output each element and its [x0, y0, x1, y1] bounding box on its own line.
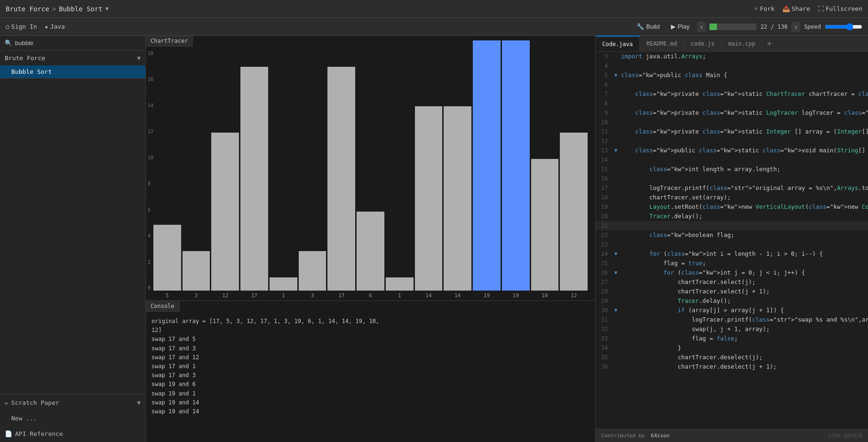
- line-content: class="kw">public class="kw">static clas…: [619, 146, 868, 155]
- next-button[interactable]: ›: [791, 22, 800, 32]
- code-line: 18 chartTracer.set(array);: [596, 193, 868, 202]
- code-line: 21: [596, 221, 868, 230]
- line-number: 23: [596, 240, 613, 249]
- fold-indicator[interactable]: ▼: [613, 306, 619, 315]
- y-label-12: 12: [148, 129, 153, 134]
- search-bar: 🔍: [0, 36, 145, 51]
- line-number: 22: [596, 230, 613, 240]
- tabs-bar: Code.javaREADME.mdcode.jsmain.cpp+: [596, 36, 868, 52]
- chart-label: 14: [415, 292, 443, 299]
- fullscreen-button[interactable]: ⛶ Fullscreen: [818, 5, 862, 12]
- code-line: 15 class="kw">int length = array.length;: [596, 165, 868, 174]
- dropdown-arrow-icon[interactable]: ▼: [105, 6, 109, 12]
- line-content: class="kw">private class="kw">static Cha…: [619, 89, 868, 99]
- code-line: 29 Tracer.delay();: [596, 296, 868, 306]
- scratch-paper-label: Scratch Paper: [11, 399, 59, 406]
- tab-main-cpp[interactable]: main.cpp: [722, 36, 763, 51]
- fold-indicator: [613, 353, 619, 362]
- line-number: 31: [596, 315, 613, 324]
- fork-button[interactable]: ⑂ Fork: [754, 5, 774, 12]
- sidebar-scratch-paper[interactable]: ✏️ Scratch Paper ▼: [0, 395, 145, 411]
- chart-bar: [211, 133, 239, 291]
- fold-indicator: [613, 193, 619, 202]
- code-line: 36 chartTracer.deselect(j + 1);: [596, 362, 868, 371]
- console-line: swap 19 and 14: [151, 398, 589, 407]
- line-number: 3: [596, 52, 613, 61]
- contrib-author: 64ison: [651, 433, 669, 439]
- line-content: class="kw">boolean flag;: [619, 230, 868, 240]
- code-line: 7 class="kw">private class="kw">static C…: [596, 89, 868, 99]
- line-content: logTracer.printf(class="str">"original a…: [619, 183, 868, 193]
- sidebar: 🔍 Brute Force ▼ Bubble Sort ✏️ Scratch P…: [0, 36, 146, 442]
- fold-indicator: [613, 343, 619, 353]
- tab-code-js[interactable]: code.js: [684, 36, 722, 51]
- console-line: swap 19 and 14: [151, 407, 589, 416]
- toolbar-left: ○ Sign In ★ Java: [6, 23, 65, 30]
- share-button[interactable]: 📤 Share: [782, 5, 810, 12]
- fold-indicator: [613, 221, 619, 230]
- code-line: 30▼ if (array[j] > array[j + 1]) {: [596, 306, 868, 315]
- progress-fill: [709, 24, 717, 30]
- chart-label: 3: [183, 292, 210, 299]
- fold-indicator[interactable]: ▼: [613, 71, 619, 80]
- fold-indicator[interactable]: ▼: [613, 268, 619, 277]
- contrib-copyright: CSDN @何状消: [828, 432, 862, 439]
- line-number: 10: [596, 118, 613, 127]
- line-number: 5: [596, 71, 613, 80]
- line-content: flag = false;: [619, 334, 868, 343]
- fold-indicator: [613, 165, 619, 174]
- section-label: Brute Force: [5, 55, 45, 62]
- line-number: 19: [596, 202, 613, 212]
- tab-Code-java[interactable]: Code.java: [596, 36, 640, 51]
- code-line: 25 flag = true;: [596, 259, 868, 268]
- code-line: 26▼ for (class="kw">int j = 0; j < i; j+…: [596, 268, 868, 277]
- code-editor[interactable]: 3import java.util.Arrays;45▼class="kw">p…: [596, 52, 868, 429]
- y-label-4: 4: [148, 233, 153, 238]
- language-selector[interactable]: ★ Java: [45, 23, 65, 30]
- play-button[interactable]: ▶ Play: [667, 21, 693, 32]
- toolbar: ○ Sign In ★ Java 🔧 Build ▶ Play ‹ 22 / 1…: [0, 18, 868, 36]
- scratch-paper-icon: ✏️: [5, 399, 8, 406]
- fold-indicator[interactable]: ▼: [613, 249, 619, 259]
- fold-indicator: [613, 108, 619, 118]
- chart-bar: [386, 277, 414, 291]
- fold-indicator: [613, 287, 619, 296]
- sidebar-bottom: ✏️ Scratch Paper ▼ New ... 📄 API Referen…: [0, 394, 145, 442]
- sidebar-new-item[interactable]: New ...: [0, 411, 145, 426]
- search-input[interactable]: [15, 39, 141, 47]
- line-content: flag = true;: [619, 259, 868, 268]
- breadcrumb-part1[interactable]: Brute Force: [6, 5, 49, 13]
- tab-README-md[interactable]: README.md: [640, 36, 684, 51]
- sidebar-item-bubble-sort[interactable]: Bubble Sort: [0, 65, 145, 78]
- chart-label: 1: [386, 292, 414, 299]
- build-button[interactable]: 🔧 Build: [633, 21, 663, 32]
- contrib-label: Contributed by 64ison: [601, 433, 669, 439]
- signin-button[interactable]: ○ Sign In: [6, 23, 37, 30]
- code-line: 3import java.util.Arrays;: [596, 52, 868, 61]
- fold-indicator: [613, 324, 619, 334]
- code-line: 16: [596, 174, 868, 183]
- code-line: 9 class="kw">private class="kw">static L…: [596, 108, 868, 118]
- line-number: 8: [596, 99, 613, 108]
- code-line: 17 logTracer.printf(class="str">"origina…: [596, 183, 868, 193]
- sidebar-section-header[interactable]: Brute Force ▼: [0, 51, 145, 65]
- code-line: 11 class="kw">private class="kw">static …: [596, 127, 868, 136]
- add-tab-button[interactable]: +: [762, 39, 776, 48]
- speed-slider[interactable]: [825, 23, 862, 31]
- console-content[interactable]: original array = [17, 5, 3, 12, 17, 1, 3…: [146, 314, 595, 442]
- line-number: 24: [596, 249, 613, 259]
- line-content: [619, 174, 868, 183]
- line-number: 30: [596, 306, 613, 315]
- fork-label: Fork: [760, 5, 774, 12]
- line-content: class="kw">public class Main {: [619, 71, 868, 80]
- contrib-bar: Contributed by 64ison CSDN @何状消: [596, 429, 868, 442]
- line-number: 29: [596, 296, 613, 306]
- prev-button[interactable]: ‹: [697, 22, 706, 32]
- signin-label: Sign In: [11, 23, 37, 30]
- sidebar-api-reference[interactable]: 📄 API Reference: [0, 426, 145, 442]
- fold-indicator: [613, 136, 619, 146]
- code-line: 27 chartTracer.select(j);: [596, 277, 868, 287]
- chart-bar: [183, 251, 210, 291]
- fold-indicator[interactable]: ▼: [613, 146, 619, 155]
- line-number: 12: [596, 136, 613, 146]
